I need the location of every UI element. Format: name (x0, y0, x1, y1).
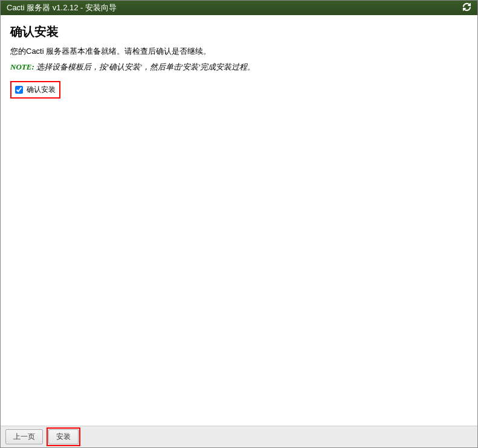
footer-bar: 上一页 安装 (1, 426, 477, 447)
note-text: 选择设备模板后，按'确认安装'，然后单击'安装'完成安装过程。 (36, 62, 255, 71)
title-bar: Cacti 服务器 v1.2.12 - 安装向导 (1, 1, 477, 15)
content-area: 确认安装 您的Cacti 服务器基本准备就绪。请检查后确认是否继续。 NOTE:… (1, 15, 477, 426)
confirm-install-row[interactable]: 确认安装 (10, 81, 60, 99)
wizard-container: Cacti 服务器 v1.2.12 - 安装向导 确认安装 您的Cacti 服务… (0, 0, 478, 448)
install-highlight: 安装 (47, 427, 80, 446)
confirm-install-checkbox[interactable] (15, 86, 23, 94)
note-label: NOTE: (10, 62, 34, 71)
window-title: Cacti 服务器 v1.2.12 - 安装向导 (7, 2, 117, 13)
refresh-icon[interactable] (462, 2, 471, 14)
previous-button[interactable]: 上一页 (5, 429, 43, 444)
confirm-install-label[interactable]: 确认安装 (27, 85, 56, 95)
description-text: 您的Cacti 服务器基本准备就绪。请检查后确认是否继续。 (10, 46, 468, 57)
install-button[interactable]: 安装 (48, 429, 79, 444)
page-heading: 确认安装 (10, 24, 468, 40)
note-line: NOTE: 选择设备模板后，按'确认安装'，然后单击'安装'完成安装过程。 (10, 62, 468, 73)
